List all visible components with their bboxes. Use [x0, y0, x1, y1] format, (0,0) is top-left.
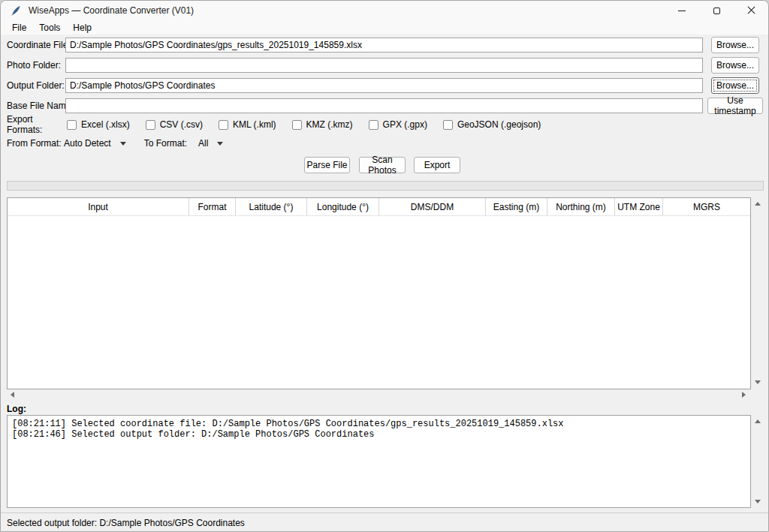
checkbox-gpx-icon[interactable] [369, 120, 378, 130]
menu-help[interactable]: Help [68, 22, 97, 34]
menu-tools[interactable]: Tools [34, 22, 65, 34]
log-label: Log: [7, 404, 26, 414]
scroll-right-icon[interactable] [742, 392, 746, 398]
titlebar: WiseApps — Coordinate Converter (V01) [1, 1, 768, 20]
close-button[interactable] [734, 1, 768, 20]
coordinate-file-browse-button[interactable]: Browse... [711, 37, 759, 53]
photo-folder-input[interactable] [65, 58, 703, 73]
progress-bar [7, 181, 764, 191]
table-horizontal-scrollbar[interactable] [7, 390, 752, 400]
scroll-up-icon[interactable] [755, 202, 761, 206]
checkbox-csv-icon[interactable] [146, 120, 155, 130]
coordinate-file-input[interactable] [65, 38, 703, 53]
photo-folder-browse-button[interactable]: Browse... [711, 57, 759, 74]
to-format-value: All [198, 138, 208, 149]
col-header-input[interactable]: Input [8, 198, 189, 215]
app-window: WiseApps — Coordinate Converter (V01) Fi… [0, 0, 769, 532]
export-option-gpx[interactable]: GPX (.gpx) [369, 119, 427, 130]
output-folder-label: Output Folder: [7, 78, 65, 93]
chevron-down-icon [120, 142, 126, 146]
chevron-down-icon [217, 142, 223, 146]
from-format-label: From Format: [7, 138, 64, 149]
checkbox-kml-label: KML (.kml) [233, 119, 276, 130]
from-format-value: Auto Detect [64, 138, 111, 149]
use-timestamp-button[interactable]: Use timestamp [707, 98, 763, 114]
status-text: Selected output folder: D:/Sample Photos… [7, 518, 245, 528]
checkbox-xlsx-label: Excel (.xlsx) [81, 119, 130, 130]
log-line: [08:21:11] Selected coordinate file: D:/… [12, 419, 746, 429]
log-output[interactable]: [08:21:11] Selected coordinate file: D:/… [7, 415, 751, 508]
col-header-format[interactable]: Format [189, 198, 236, 215]
close-icon [747, 7, 755, 14]
export-option-geojson[interactable]: GeoJSON (.geojson) [443, 119, 541, 130]
from-format-select[interactable]: Auto Detect [64, 138, 126, 149]
table-body [8, 216, 750, 389]
export-button[interactable]: Export [414, 157, 460, 173]
menubar: File Tools Help [1, 20, 768, 35]
checkbox-kmz-icon[interactable] [292, 120, 302, 130]
checkbox-gpx-label: GPX (.gpx) [383, 119, 427, 130]
checkbox-kml-icon[interactable] [219, 120, 228, 130]
output-folder-input[interactable] [65, 78, 703, 93]
col-header-northing[interactable]: Northing (m) [547, 198, 615, 215]
col-header-latitude[interactable]: Latitude (°) [236, 198, 307, 215]
col-header-easting[interactable]: Easting (m) [486, 198, 547, 215]
table-vertical-scrollbar[interactable] [752, 197, 764, 389]
scroll-down-icon[interactable] [755, 500, 761, 503]
base-file-name-input[interactable] [65, 98, 703, 113]
col-header-mgrs[interactable]: MGRS [663, 198, 750, 215]
base-file-name-label: Base File Name: [7, 98, 74, 113]
export-formats-row: Export Formats: Excel (.xlsx) CSV (.csv)… [7, 119, 556, 131]
window-title: WiseApps — Coordinate Converter (V01) [29, 5, 194, 16]
checkbox-kmz-label: KMZ (.kmz) [306, 119, 353, 130]
checkbox-geojson-icon[interactable] [443, 120, 453, 130]
col-header-utm-zone[interactable]: UTM Zone [615, 198, 663, 215]
scan-photos-button[interactable]: Scan Photos [359, 157, 406, 173]
maximize-button[interactable] [699, 1, 734, 20]
col-header-longitude[interactable]: Longitude (°) [307, 198, 379, 215]
maximize-icon [713, 8, 720, 14]
export-formats-label: Export Formats: [7, 114, 67, 135]
export-option-csv[interactable]: CSV (.csv) [146, 119, 203, 130]
log-vertical-scrollbar[interactable] [752, 415, 764, 508]
col-header-dms-ddm[interactable]: DMS/DDM [379, 198, 486, 215]
menu-file[interactable]: File [7, 22, 32, 34]
export-option-kmz[interactable]: KMZ (.kmz) [292, 119, 353, 130]
to-format-label: To Format: [144, 138, 187, 149]
checkbox-csv-label: CSV (.csv) [160, 119, 203, 130]
scroll-down-icon[interactable] [755, 380, 761, 384]
format-selector-row: From Format: Auto Detect To Format: All [7, 137, 223, 149]
photo-folder-label: Photo Folder: [7, 58, 61, 73]
parse-file-button[interactable]: Parse File [304, 157, 350, 173]
export-option-kml[interactable]: KML (.kml) [219, 119, 276, 130]
minimize-button[interactable] [665, 1, 699, 20]
results-table: Input Format Latitude (°) Longitude (°) … [7, 197, 751, 389]
log-line: [08:21:46] Selected output folder: D:/Sa… [12, 429, 746, 440]
checkbox-geojson-label: GeoJSON (.geojson) [457, 119, 541, 130]
scroll-left-icon[interactable] [11, 392, 14, 398]
window-controls [665, 1, 768, 20]
app-feather-icon [11, 5, 22, 17]
table-header: Input Format Latitude (°) Longitude (°) … [8, 198, 750, 216]
checkbox-xlsx-icon[interactable] [67, 120, 77, 130]
export-option-xlsx[interactable]: Excel (.xlsx) [67, 119, 130, 130]
scroll-up-icon[interactable] [755, 419, 761, 423]
minimize-icon [678, 11, 686, 11]
coordinate-file-label: Coordinate File: [7, 38, 71, 53]
status-bar: Selected output folder: D:/Sample Photos… [1, 512, 768, 532]
to-format-select[interactable]: All [198, 138, 223, 149]
output-folder-browse-button[interactable]: Browse... [711, 77, 759, 94]
